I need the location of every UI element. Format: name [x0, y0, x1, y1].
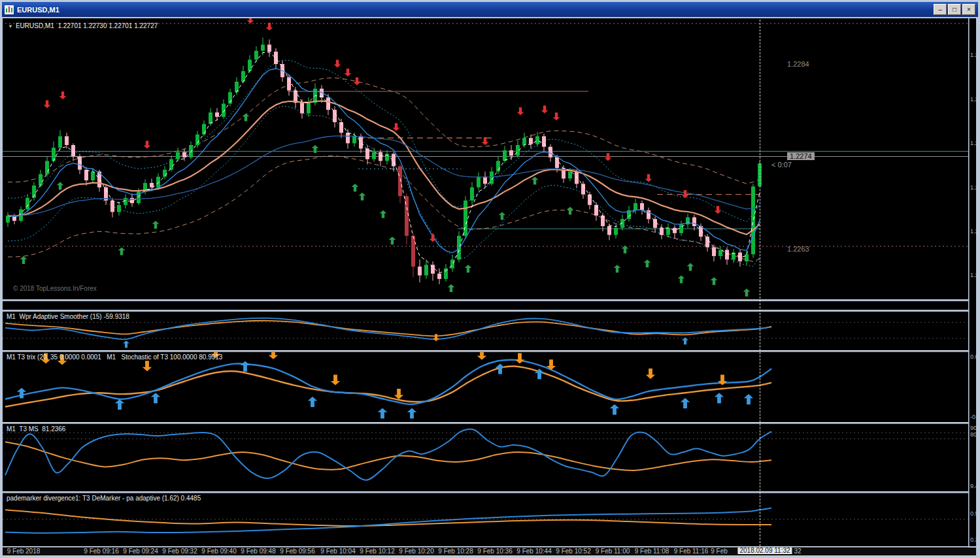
time-axis-label: 9 Feb 10:52	[556, 548, 590, 555]
symbol-dropdown-icon[interactable]: ▼	[8, 24, 13, 29]
app-chart-icon	[5, 5, 14, 14]
axis-scale-label: 1.2275	[970, 140, 976, 146]
panel-splitter[interactable]	[3, 299, 968, 312]
current-bar-marker-line	[760, 20, 760, 546]
indicator-panel-demarker[interactable]: pademarker divergence1: T3 DeMarker - pa…	[3, 493, 968, 546]
time-axis-label: 9 Feb 09:16	[84, 548, 118, 555]
time-axis[interactable]: 9 Feb 20189 Feb 09:169 Feb 09:249 Feb 09…	[3, 548, 976, 555]
candle-countdown: < 0:07	[771, 161, 792, 169]
watermark: © 2018 TopLessons.In/Forex	[13, 285, 97, 292]
axis-scale-label: 9.4	[970, 483, 976, 489]
window-titlebar[interactable]: EURUSD,M1 – □ ×	[2, 2, 978, 17]
demarker-panel-label: pademarker divergence1: T3 DeMarker - pa…	[7, 495, 201, 502]
price-level-label: 1.2284	[787, 60, 809, 68]
application-window: EURUSD,M1 – □ × ▼EURUSD,M1 1.22701 1.227…	[0, 0, 980, 558]
time-axis-label: 9 Feb 09:48	[241, 548, 275, 555]
axis-scale-label: 80	[970, 431, 976, 438]
indicator-panel-wpr[interactable]: M1 Wpr Adaptive Smoother (15) -59.9318	[3, 312, 968, 350]
candlestick-chart-canvas[interactable]	[3, 18, 968, 299]
time-axis-label: 9 Feb 11:00	[596, 548, 630, 555]
price-axis[interactable]: 1.22851.22801.22751.22701.22651.22600.0-…	[969, 18, 976, 546]
time-axis-label: 9 Feb 10:44	[516, 548, 551, 555]
axis-scale-label: 1.2270	[970, 184, 976, 191]
axis-scale-label: 1.2285	[970, 52, 976, 58]
chart-ohlc-label: ▼EURUSD,M1 1.22701 1.22730 1.22701 1.227…	[8, 22, 158, 29]
main-chart[interactable]: ▼EURUSD,M1 1.22701 1.22730 1.22701 1.227…	[3, 18, 968, 299]
axis-scale-label: 0.0	[970, 353, 976, 360]
close-button[interactable]: ×	[962, 4, 975, 15]
axis-scale-label: 0.3	[970, 536, 976, 543]
t3ms-panel-label: M1 T3 MS 81.2366	[7, 425, 65, 433]
time-axis-label: 9 Feb 2018	[7, 548, 41, 555]
indicator-panel-trix-stochastic[interactable]: M1 T3 trix (20, 35 0.0000 0.0001 M1 Stoc…	[3, 352, 968, 422]
current-time-highlight: 2018.02.09 11:32	[737, 548, 792, 554]
axis-scale-label: 1.2265	[970, 228, 976, 235]
time-axis-label: 9 Feb 10:12	[360, 548, 394, 555]
axis-scale-label: 1.2280	[970, 96, 976, 103]
window-title: EURUSD,M1	[17, 6, 932, 14]
axis-scale-label: 1.2260	[970, 272, 976, 278]
time-axis-label: 9 Feb 09:24	[123, 548, 158, 555]
price-level-label: 1.2274	[787, 152, 815, 160]
axis-scale-label: 90	[970, 425, 976, 431]
time-axis-label: 9 Feb 10:28	[438, 548, 473, 555]
wpr-panel-label: M1 Wpr Adaptive Smoother (15) -59.9318	[7, 313, 129, 320]
time-axis-label: 9 Feb	[711, 548, 728, 555]
minimize-button[interactable]: –	[934, 4, 947, 15]
time-axis-label: 9 Feb 11:16	[674, 548, 709, 555]
time-axis-label: 9 Feb 09:56	[280, 548, 314, 555]
time-axis-label: 9 Feb 10:20	[399, 548, 433, 555]
time-axis-label: 9 Feb 10:36	[477, 548, 512, 555]
time-axis-label: 9 Feb 09:32	[162, 548, 197, 555]
time-axis-label: 9 Feb 10:04	[320, 548, 355, 555]
ohlc-text: EURUSD,M1 1.22701 1.22730 1.22701 1.2272…	[16, 22, 158, 29]
axis-scale-label: -0.0	[970, 414, 976, 420]
axis-scale-label: 0.5	[970, 510, 976, 517]
time-axis-label: 9 Feb 11:08	[635, 548, 669, 555]
t3ms-panel-canvas	[3, 424, 968, 491]
trix-panel-canvas	[3, 352, 968, 422]
restore-button[interactable]: □	[948, 4, 961, 15]
wpr-panel-canvas	[3, 312, 968, 350]
indicator-panel-t3ms[interactable]: M1 T3 MS 81.2366	[3, 424, 968, 491]
price-level-label: 1.2263	[787, 245, 809, 253]
time-axis-label: 32	[794, 548, 801, 555]
trix-panel-label: M1 T3 trix (20, 35 0.0000 0.0001 M1 Stoc…	[7, 353, 222, 361]
time-axis-label: 9 Feb 09:40	[201, 548, 236, 555]
